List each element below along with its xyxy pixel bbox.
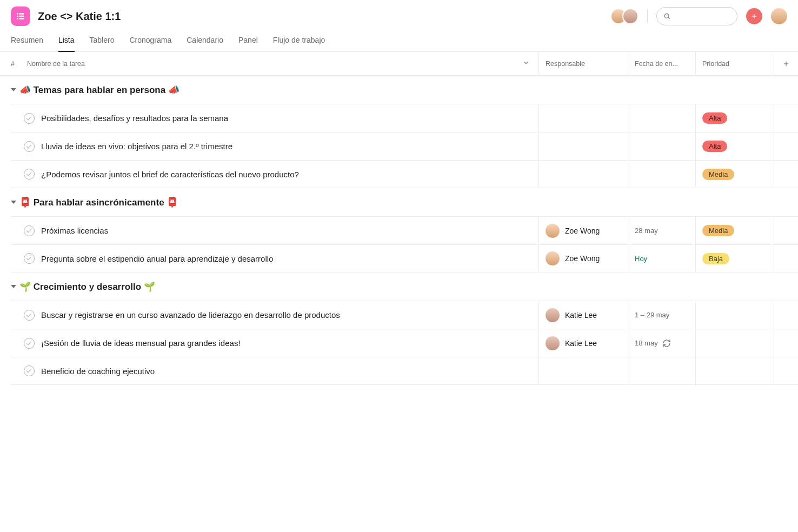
priority-cell[interactable] bbox=[695, 357, 774, 384]
assignee-avatar bbox=[546, 308, 560, 322]
task-row[interactable]: ¡Sesión de lluvia de ideas mensual para … bbox=[11, 329, 798, 357]
svg-rect-2 bbox=[17, 16, 18, 17]
project-title[interactable]: Zoe <> Katie 1:1 bbox=[38, 10, 603, 23]
complete-checkbox[interactable] bbox=[24, 365, 35, 376]
search-icon bbox=[663, 12, 670, 21]
assignee-avatar bbox=[546, 336, 560, 350]
row-end-cell bbox=[774, 357, 798, 384]
assignee-cell[interactable]: Katie Lee bbox=[538, 329, 628, 357]
complete-checkbox[interactable] bbox=[24, 225, 35, 236]
assignee-cell[interactable] bbox=[538, 104, 628, 132]
row-end-cell bbox=[774, 329, 798, 357]
due-date-cell[interactable]: 18 may bbox=[628, 329, 695, 357]
task-name-cell[interactable]: Próximas licencias bbox=[11, 217, 538, 244]
complete-checkbox[interactable] bbox=[24, 338, 35, 349]
avatar-katie[interactable] bbox=[622, 8, 639, 24]
task-row[interactable]: Beneficio de coaching ejecutivo bbox=[11, 357, 798, 385]
assignee-cell[interactable]: Zoe Wong bbox=[538, 217, 628, 244]
task-row[interactable]: Posibilidades, desafíos y resultados par… bbox=[11, 104, 798, 132]
due-date: 1 – 29 may bbox=[635, 311, 669, 319]
task-name-cell[interactable]: ¿Podemos revisar juntos el brief de cara… bbox=[11, 161, 538, 188]
plus-icon bbox=[750, 12, 758, 20]
priority-cell[interactable]: Alta bbox=[695, 104, 774, 132]
svg-rect-0 bbox=[17, 13, 18, 15]
member-avatars[interactable] bbox=[610, 8, 639, 24]
due-date-cell[interactable]: 1 – 29 may bbox=[628, 301, 695, 329]
task-row[interactable]: Lluvia de ideas en vivo: objetivos para … bbox=[11, 132, 798, 160]
column-due-date[interactable]: Fecha de en... bbox=[628, 52, 695, 75]
section-title: 📮 Para hablar asincrónicamente 📮 bbox=[19, 197, 178, 208]
complete-checkbox[interactable] bbox=[24, 141, 35, 152]
tab-lista[interactable]: Lista bbox=[58, 31, 75, 52]
priority-pill: Media bbox=[702, 225, 734, 236]
priority-cell[interactable]: Alta bbox=[695, 132, 774, 160]
tab-flujo-de-trabajo[interactable]: Flujo de trabajo bbox=[273, 31, 325, 52]
column-task-name-label: Nombre de la tarea bbox=[27, 60, 85, 68]
tab-panel[interactable]: Panel bbox=[238, 31, 258, 52]
assignee-cell[interactable] bbox=[538, 132, 628, 160]
section-header[interactable]: 📣 Temas para hablar en persona 📣 bbox=[11, 76, 798, 104]
task-name-cell[interactable]: Posibilidades, desafíos y resultados par… bbox=[11, 104, 538, 132]
search-box[interactable] bbox=[656, 7, 737, 25]
column-priority[interactable]: Prioridad bbox=[695, 52, 774, 75]
assignee-cell[interactable] bbox=[538, 357, 628, 384]
assignee-name: Katie Lee bbox=[565, 339, 597, 348]
task-name-cell[interactable]: Lluvia de ideas en vivo: objetivos para … bbox=[11, 132, 538, 160]
section-header[interactable]: 🌱 Crecimiento y desarrollo 🌱 bbox=[11, 272, 798, 301]
column-task-name[interactable]: Nombre de la tarea bbox=[27, 59, 538, 68]
task-name: Buscar y registrarse en un curso avanzad… bbox=[41, 310, 340, 320]
assignee-avatar bbox=[546, 251, 560, 265]
due-date-cell[interactable]: Hoy bbox=[628, 245, 695, 272]
priority-cell[interactable]: Media bbox=[695, 217, 774, 244]
task-name: Lluvia de ideas en vivo: objetivos para … bbox=[41, 142, 232, 151]
tab-calendario[interactable]: Calendario bbox=[187, 31, 223, 52]
row-end-cell bbox=[774, 245, 798, 272]
column-assignee[interactable]: Responsable bbox=[538, 52, 628, 75]
task-row[interactable]: ¿Podemos revisar juntos el brief de cara… bbox=[11, 160, 798, 188]
priority-cell[interactable]: Baja bbox=[695, 245, 774, 272]
priority-pill: Alta bbox=[702, 112, 727, 124]
row-end-cell bbox=[774, 301, 798, 329]
priority-cell[interactable]: Media bbox=[695, 161, 774, 188]
complete-checkbox[interactable] bbox=[24, 253, 35, 264]
due-date-cell[interactable] bbox=[628, 161, 695, 188]
title-row: Zoe <> Katie 1:1 bbox=[11, 6, 787, 26]
task-row[interactable]: Pregunta sobre el estipendio anual para … bbox=[11, 244, 798, 272]
task-name-cell[interactable]: ¡Sesión de lluvia de ideas mensual para … bbox=[11, 329, 538, 357]
section-title: 🌱 Crecimiento y desarrollo 🌱 bbox=[19, 281, 155, 292]
tab-cronograma[interactable]: Cronograma bbox=[129, 31, 171, 52]
tab-resumen[interactable]: Resumen bbox=[11, 31, 43, 52]
complete-checkbox[interactable] bbox=[24, 169, 35, 179]
due-date-cell[interactable]: 28 may bbox=[628, 217, 695, 244]
search-input[interactable] bbox=[675, 12, 730, 21]
task-row[interactable]: Buscar y registrarse en un curso avanzad… bbox=[11, 301, 798, 329]
task-name: Próximas licencias bbox=[41, 226, 108, 235]
assignee-cell[interactable]: Katie Lee bbox=[538, 301, 628, 329]
column-headers: # Nombre de la tarea Responsable Fecha d… bbox=[0, 52, 798, 76]
task-row[interactable]: Próximas licenciasZoe Wong28 mayMedia bbox=[11, 216, 798, 244]
due-date-cell[interactable] bbox=[628, 357, 695, 384]
tab-tablero[interactable]: Tablero bbox=[90, 31, 115, 52]
assignee-cell[interactable] bbox=[538, 161, 628, 188]
complete-checkbox[interactable] bbox=[24, 113, 35, 124]
complete-checkbox[interactable] bbox=[24, 310, 35, 321]
task-name-cell[interactable]: Pregunta sobre el estipendio anual para … bbox=[11, 245, 538, 272]
current-user-avatar[interactable] bbox=[771, 8, 787, 24]
section-header[interactable]: 📮 Para hablar asincrónicamente 📮 bbox=[11, 188, 798, 216]
column-number[interactable]: # bbox=[11, 60, 27, 68]
assignee-avatar bbox=[546, 224, 560, 238]
project-icon[interactable] bbox=[11, 6, 30, 26]
due-date-cell[interactable] bbox=[628, 104, 695, 132]
priority-cell[interactable] bbox=[695, 329, 774, 357]
due-date-cell[interactable] bbox=[628, 132, 695, 160]
task-name: Posibilidades, desafíos y resultados par… bbox=[41, 114, 228, 123]
svg-rect-4 bbox=[17, 18, 18, 19]
add-button[interactable] bbox=[746, 8, 762, 24]
priority-cell[interactable] bbox=[695, 301, 774, 329]
task-name-cell[interactable]: Beneficio de coaching ejecutivo bbox=[11, 357, 538, 384]
chevron-down-icon[interactable] bbox=[522, 59, 530, 68]
task-name-cell[interactable]: Buscar y registrarse en un curso avanzad… bbox=[11, 301, 538, 329]
assignee-cell[interactable]: Zoe Wong bbox=[538, 245, 628, 272]
task-name: ¿Podemos revisar juntos el brief de cara… bbox=[41, 170, 299, 179]
add-column-button[interactable] bbox=[774, 52, 798, 75]
